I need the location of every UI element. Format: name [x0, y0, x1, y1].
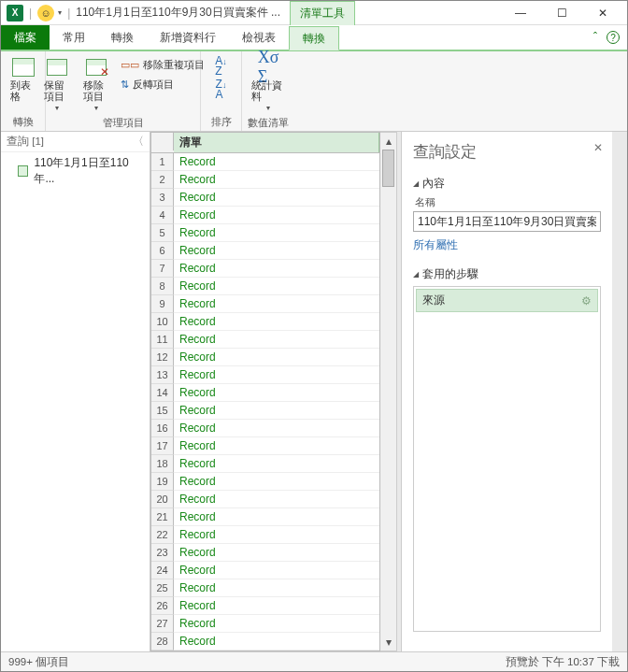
cell-value[interactable]: Record [174, 633, 379, 651]
cell-value[interactable]: Record [174, 260, 379, 278]
cell-value[interactable]: Record [174, 597, 379, 615]
table-row[interactable]: 9Record [151, 295, 379, 313]
tab-file[interactable]: 檔案 [1, 25, 50, 50]
sort-desc-button[interactable]: Z↓A [214, 79, 229, 100]
cell-value[interactable]: Record [174, 349, 379, 366]
chevron-down-icon: ▾ [55, 104, 59, 112]
close-button[interactable]: ✕ [584, 1, 621, 25]
table-row[interactable]: 11Record [151, 331, 379, 349]
all-properties-link[interactable]: 所有屬性 [413, 237, 458, 253]
tab-view[interactable]: 檢視表 [229, 25, 289, 50]
table-row[interactable]: 12Record [151, 349, 379, 366]
cell-value[interactable]: Record [174, 331, 379, 349]
tab-list-transform[interactable]: 轉換 [289, 26, 339, 50]
table-row[interactable]: 22Record [151, 526, 379, 544]
table-row[interactable]: 27Record [151, 615, 379, 633]
sort-asc-button[interactable]: A↓Z [213, 55, 229, 77]
table-row[interactable]: 10Record [151, 313, 379, 331]
table-row[interactable]: 8Record [151, 278, 379, 295]
table-row[interactable]: 28Record [151, 633, 379, 651]
table-row[interactable]: 7Record [151, 260, 379, 278]
cell-value[interactable]: Record [174, 402, 379, 420]
cell-value[interactable]: Record [174, 313, 379, 331]
scroll-down-icon[interactable]: ▾ [380, 634, 396, 651]
cell-value[interactable]: Record [174, 366, 379, 384]
table-row[interactable]: 13Record [151, 366, 379, 384]
cell-value[interactable]: Record [174, 437, 379, 455]
cell-value[interactable]: Record [174, 544, 379, 562]
reverse-items-button[interactable]: ⇅ 反轉項目 [119, 77, 207, 93]
smiley-icon[interactable]: ☺ [37, 5, 54, 21]
table-row[interactable]: 23Record [151, 544, 379, 562]
cell-value[interactable]: Record [174, 579, 379, 597]
cell-value[interactable]: Record [174, 473, 379, 491]
group-label: 管理項目 [103, 114, 144, 130]
query-settings-pane: ✕ 查詢設定 內容 名稱 所有屬性 套用的步驟 來源 ⚙ [401, 132, 612, 651]
table-row[interactable]: 1Record [151, 153, 379, 171]
maximize-button[interactable]: ☐ [543, 1, 580, 25]
table-row[interactable]: 15Record [151, 402, 379, 420]
column-header[interactable]: 清單 [174, 133, 379, 152]
applied-step[interactable]: 來源 ⚙ [416, 289, 598, 312]
cell-value[interactable]: Record [174, 455, 379, 473]
cell-value[interactable]: Record [174, 615, 379, 633]
cell-value[interactable]: Record [174, 526, 379, 544]
minimize-button[interactable]: — [502, 1, 539, 25]
table-row[interactable]: 25Record [151, 579, 379, 597]
query-item[interactable]: 110年1月1日至110年... [1, 152, 150, 190]
table-row[interactable]: 19Record [151, 473, 379, 491]
cell-value[interactable]: Record [174, 295, 379, 313]
tab-home[interactable]: 常用 [50, 25, 98, 50]
table-row[interactable]: 21Record [151, 508, 379, 526]
table-row[interactable]: 17Record [151, 437, 379, 455]
table-row[interactable]: 5Record [151, 224, 379, 242]
chevron-down-icon[interactable]: ▾ [58, 8, 62, 17]
cell-value[interactable]: Record [174, 420, 379, 437]
close-pane-icon[interactable]: ✕ [593, 141, 603, 154]
tab-add-column[interactable]: 新增資料行 [147, 25, 229, 50]
cell-value[interactable]: Record [174, 207, 379, 224]
row-index: 7 [151, 260, 174, 278]
table-row[interactable]: 6Record [151, 242, 379, 260]
help-icon[interactable]: ? [607, 31, 620, 44]
data-grid[interactable]: 清單 1Record2Record3Record4Record5Record6R… [150, 132, 380, 651]
cell-value[interactable]: Record [174, 384, 379, 402]
group-sort: A↓Z Z↓A 排序 [201, 51, 242, 131]
table-row[interactable]: 3Record [151, 189, 379, 207]
table-row[interactable]: 4Record [151, 207, 379, 224]
vertical-scrollbar[interactable]: ▴ ▾ [380, 132, 397, 651]
remove-items-button[interactable]: ✕ 移除項目 ▾ [79, 55, 113, 114]
section-properties[interactable]: 內容 [413, 176, 601, 192]
cell-value[interactable]: Record [174, 242, 379, 260]
cell-value[interactable]: Record [174, 508, 379, 526]
query-name: 110年1月1日至110年... [34, 155, 142, 187]
scroll-up-icon[interactable]: ▴ [380, 133, 396, 150]
row-index: 4 [151, 207, 174, 224]
tab-transform[interactable]: 轉換 [98, 25, 147, 50]
collapse-ribbon-icon[interactable]: ˆ [593, 31, 597, 44]
statistics-button[interactable]: XσΣ 統計資料 ▾ [248, 55, 289, 114]
gear-icon[interactable]: ⚙ [581, 294, 592, 307]
scroll-track[interactable] [380, 150, 396, 634]
keep-items-button[interactable]: 保留項目 ▾ [40, 55, 74, 114]
cell-value[interactable]: Record [174, 153, 379, 171]
section-applied-steps[interactable]: 套用的步驟 [413, 266, 601, 282]
cell-value[interactable]: Record [174, 189, 379, 207]
table-row[interactable]: 18Record [151, 455, 379, 473]
cell-value[interactable]: Record [174, 171, 379, 189]
to-table-button[interactable]: 到表格 [7, 55, 40, 104]
table-row[interactable]: 14Record [151, 384, 379, 402]
cell-value[interactable]: Record [174, 491, 379, 508]
cell-value[interactable]: Record [174, 224, 379, 242]
table-row[interactable]: 20Record [151, 491, 379, 508]
cell-value[interactable]: Record [174, 278, 379, 295]
table-row[interactable]: 24Record [151, 562, 379, 579]
collapse-pane-icon[interactable]: 〈 [133, 135, 144, 149]
cell-value[interactable]: Record [174, 562, 379, 579]
query-name-input[interactable] [413, 211, 601, 232]
remove-duplicates-button[interactable]: ▭▭ 移除重複項目 [119, 57, 207, 73]
table-row[interactable]: 16Record [151, 420, 379, 437]
table-row[interactable]: 2Record [151, 171, 379, 189]
table-row[interactable]: 26Record [151, 597, 379, 615]
scroll-thumb[interactable] [382, 150, 394, 187]
